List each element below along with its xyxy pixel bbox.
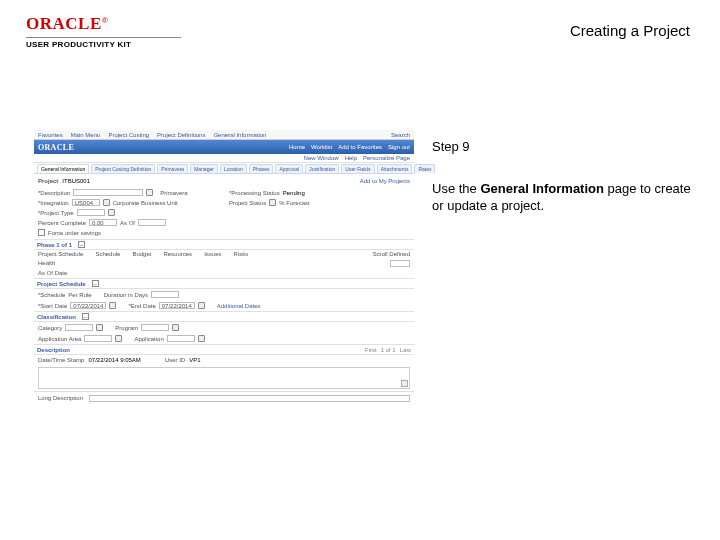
user-value: VP1 xyxy=(189,357,200,363)
project-schedule-bar: Project Schedule – xyxy=(34,278,414,289)
app-header: ORACLE Home Worklist Add to Favorites Si… xyxy=(34,140,414,154)
phase-bar: Phase 1 of 1 – xyxy=(34,239,414,250)
link-favorites[interactable]: Add to Favorites xyxy=(338,144,382,150)
end-date-input[interactable]: 07/22/2014 xyxy=(159,302,195,309)
link-personalize[interactable]: Personalize Page xyxy=(363,155,410,161)
search-link[interactable]: Search xyxy=(391,132,410,138)
search-icon[interactable] xyxy=(146,189,153,196)
category-input[interactable] xyxy=(65,324,93,331)
project-type-input[interactable] xyxy=(77,209,105,216)
description-input[interactable] xyxy=(73,189,143,196)
integration-label: *Integration xyxy=(38,200,69,206)
calendar-icon[interactable] xyxy=(109,302,116,309)
search-icon[interactable] xyxy=(96,324,103,331)
brand-subtitle: USER PRODUCTIVITY KIT xyxy=(26,40,181,49)
page-tabs: General Information Project Costing Defi… xyxy=(34,163,414,174)
description-textarea[interactable] xyxy=(38,367,410,389)
scroll-input[interactable] xyxy=(390,260,410,267)
step-label: Step 9 xyxy=(432,138,692,156)
datetime-label: Date/Time Stamp xyxy=(38,357,84,363)
start-date-input[interactable]: 07/22/2014 xyxy=(70,302,106,309)
tab-justification[interactable]: Justification xyxy=(305,164,339,173)
schedule-fields: *Schedule Per Rule Duration in Days xyxy=(34,289,414,300)
health-label: Health xyxy=(38,260,55,266)
search-icon[interactable] xyxy=(172,324,179,331)
link-home[interactable]: Home xyxy=(289,144,305,150)
nav-item[interactable]: General Information xyxy=(213,132,266,138)
oracle-logo-small: ORACLE xyxy=(38,143,74,152)
additional-dates-link[interactable]: Additional Dates xyxy=(217,301,261,310)
force-order-label: Force order savings xyxy=(48,230,101,236)
force-order-checkbox[interactable] xyxy=(38,229,45,236)
tab-general-information[interactable]: General Information xyxy=(37,164,89,173)
integration-input[interactable]: US004 xyxy=(72,199,100,206)
field-grid: *Description Primavera *Processing Statu… xyxy=(38,188,410,237)
link-worklist[interactable]: Worklist xyxy=(311,144,332,150)
oracle-logo: ORACLE® xyxy=(26,14,181,34)
application-input[interactable] xyxy=(167,335,195,342)
tab-manager[interactable]: Manager xyxy=(190,164,218,173)
util-links: New Window Help Personalize Page xyxy=(34,154,414,163)
brand-block: ORACLE® USER PRODUCTIVITY KIT xyxy=(26,14,181,49)
classification-bar: Classification – xyxy=(34,311,414,322)
as-of-label: As Of xyxy=(120,220,135,226)
app-screenshot: Favorites Main Menu Project Costing Proj… xyxy=(34,130,414,410)
nav-item[interactable]: Project Definitions xyxy=(157,132,205,138)
calendar-icon[interactable] xyxy=(198,302,205,309)
project-status-label: Project Status xyxy=(229,200,266,206)
link-help[interactable]: Help xyxy=(345,155,357,161)
expand-icon[interactable] xyxy=(401,380,408,387)
percent-complete-input[interactable]: 0.00 xyxy=(89,219,117,226)
processing-status-label: *Processing Status xyxy=(229,190,280,196)
phase-title: Phase 1 of 1 xyxy=(37,242,72,248)
as-of-date-label: As Of Date xyxy=(38,270,67,276)
search-icon[interactable] xyxy=(108,209,115,216)
processing-status-value: Pending xyxy=(283,190,305,196)
user-label: User ID xyxy=(165,357,185,363)
program-input[interactable] xyxy=(141,324,169,331)
nav-item[interactable]: Project Costing xyxy=(108,132,149,138)
project-id: ITBUS001 xyxy=(62,178,90,184)
brand-rule xyxy=(26,37,181,38)
app-area-input[interactable] xyxy=(84,335,112,342)
tab-location[interactable]: Location xyxy=(220,164,247,173)
link-new-window[interactable]: New Window xyxy=(304,155,339,161)
collapse-icon[interactable]: – xyxy=(78,241,85,248)
project-header: Project ITBUS001 Add to My Projects *Des… xyxy=(34,174,414,239)
long-desc-label: Long Description xyxy=(38,395,83,401)
tab-attachments[interactable]: Attachments xyxy=(377,164,413,173)
schedule-title: Project Schedule xyxy=(37,281,86,287)
forecast-label: % Forecast xyxy=(279,200,309,206)
search-icon[interactable] xyxy=(115,335,122,342)
project-label: Project xyxy=(38,178,58,184)
tab-phases[interactable]: Phases xyxy=(249,164,274,173)
collapse-icon[interactable]: – xyxy=(82,313,89,320)
search-icon[interactable] xyxy=(103,199,110,206)
instruction-text: Use the General Information page to crea… xyxy=(432,180,692,215)
integration-hint: Corporate Business Unit xyxy=(113,200,178,206)
link-signout[interactable]: Sign out xyxy=(388,144,410,150)
percent-complete-label: Percent Complete xyxy=(38,220,86,226)
tab-rates[interactable]: Rates xyxy=(414,164,435,173)
tab-approval[interactable]: Approval xyxy=(275,164,303,173)
phase-columns: Project Schedule Schedule Budget Resourc… xyxy=(34,250,414,258)
duration-input[interactable] xyxy=(151,291,179,298)
as-of-input[interactable] xyxy=(138,219,166,226)
description-title: Description xyxy=(37,347,70,353)
add-to-my-projects[interactable]: Add to My Projects xyxy=(360,178,410,184)
nav-item[interactable]: Favorites xyxy=(38,132,63,138)
description-label: *Description xyxy=(38,190,70,196)
tab-project-costing[interactable]: Project Costing Definition xyxy=(91,164,155,173)
search-icon[interactable] xyxy=(198,335,205,342)
tab-user-fields[interactable]: User Fields xyxy=(341,164,374,173)
long-desc-input[interactable] xyxy=(89,395,410,402)
tab-primavera[interactable]: Primavera xyxy=(157,164,188,173)
breadcrumb: Favorites Main Menu Project Costing Proj… xyxy=(34,130,414,140)
project-type-label: *Project Type xyxy=(38,210,74,216)
collapse-icon[interactable]: – xyxy=(92,280,99,287)
status-icon[interactable] xyxy=(269,199,276,206)
nav-item[interactable]: Main Menu xyxy=(71,132,101,138)
classification-title: Classification xyxy=(37,314,76,320)
description-bar: Description First 1 of 1 Last xyxy=(34,344,414,355)
instruction-block: Step 9 Use the General Information page … xyxy=(432,138,692,215)
